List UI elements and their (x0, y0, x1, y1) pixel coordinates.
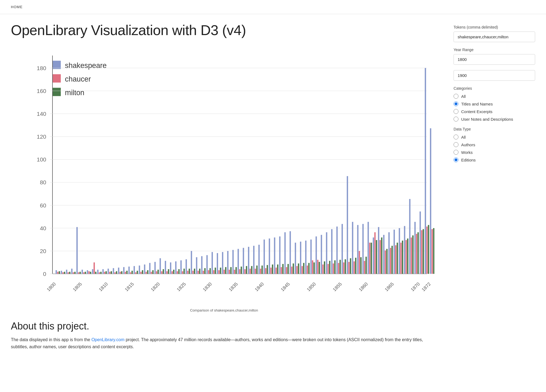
datatype-editions-item[interactable]: Editions (454, 157, 535, 162)
datatype-works-item[interactable]: Works (454, 150, 535, 155)
svg-rect-217 (432, 229, 433, 274)
svg-rect-135 (290, 231, 291, 274)
svg-rect-1 (57, 272, 58, 274)
svg-text:1815: 1815 (124, 281, 135, 292)
svg-rect-92 (215, 267, 216, 274)
svg-rect-151 (317, 260, 318, 274)
category-user-item[interactable]: User Notes and Descriptions (454, 117, 535, 122)
svg-rect-122 (267, 265, 268, 274)
svg-rect-143 (303, 263, 305, 274)
svg-rect-156 (326, 232, 327, 274)
svg-rect-152 (319, 262, 320, 274)
svg-rect-198 (399, 228, 400, 274)
svg-rect-112 (250, 269, 251, 274)
y-tick-20: 20 (40, 248, 46, 254)
category-all-item[interactable]: All (454, 94, 535, 99)
svg-rect-209 (417, 232, 419, 274)
tokens-label: Tokens (comma delimited) (454, 25, 535, 29)
svg-rect-80 (194, 269, 195, 274)
svg-rect-47 (137, 271, 138, 274)
svg-rect-132 (284, 232, 286, 274)
svg-rect-115 (255, 269, 256, 274)
datatype-authors-item[interactable]: Authors (454, 142, 535, 147)
datatype-label: Data Type (454, 127, 535, 131)
svg-rect-77 (189, 269, 190, 274)
svg-text:1810: 1810 (98, 281, 109, 292)
datatype-editions-radio[interactable] (454, 157, 458, 162)
svg-rect-97 (224, 270, 225, 274)
y-tick-40: 40 (40, 225, 46, 231)
legend-chaucer-label: chaucer (65, 75, 91, 83)
svg-text:1870: 1870 (410, 281, 421, 292)
svg-rect-125 (272, 265, 273, 274)
right-panel: Tokens (comma delimited) Year Range Cate… (454, 22, 535, 351)
svg-rect-95 (220, 267, 221, 274)
category-all-radio[interactable] (454, 94, 458, 99)
svg-rect-154 (322, 265, 324, 274)
svg-rect-167 (345, 259, 346, 274)
svg-rect-58 (156, 271, 157, 274)
year-start-input[interactable] (454, 54, 535, 65)
svg-rect-114 (253, 246, 255, 274)
svg-rect-105 (238, 249, 239, 274)
svg-rect-126 (274, 237, 275, 274)
svg-rect-174 (357, 225, 359, 274)
svg-rect-66 (170, 262, 171, 274)
category-user-radio[interactable] (454, 117, 458, 122)
svg-rect-44 (132, 271, 133, 274)
svg-rect-218 (433, 228, 435, 274)
svg-rect-148 (312, 260, 313, 274)
svg-rect-85 (203, 271, 204, 274)
datatype-all-label: All (461, 135, 466, 139)
svg-rect-39 (123, 267, 125, 274)
svg-rect-37 (120, 272, 121, 274)
svg-rect-0 (55, 270, 57, 274)
svg-rect-182 (371, 242, 372, 274)
home-link[interactable]: HOME (11, 5, 23, 9)
svg-rect-19 (88, 271, 90, 274)
year-end-input[interactable] (454, 70, 535, 81)
svg-rect-163 (338, 263, 339, 274)
svg-rect-12 (76, 227, 78, 274)
category-titles-radio[interactable] (454, 101, 458, 106)
about-heading: About this project. (11, 321, 437, 332)
svg-rect-34 (114, 272, 116, 274)
tokens-input[interactable] (454, 32, 535, 42)
svg-rect-7 (67, 272, 69, 274)
datatype-authors-radio[interactable] (454, 142, 458, 147)
svg-rect-130 (281, 267, 282, 274)
left-panel: OpenLibrary Visualization with D3 (v4) s… (11, 22, 437, 351)
svg-rect-49 (140, 272, 142, 274)
openlibrary-link[interactable]: OpenLibrary.com (91, 337, 125, 342)
svg-rect-116 (256, 266, 258, 274)
svg-rect-124 (270, 267, 272, 274)
svg-rect-194 (392, 246, 393, 274)
datatype-all-item[interactable]: All (454, 135, 535, 139)
datatype-works-radio[interactable] (454, 150, 458, 155)
category-content-item[interactable]: Content Excerpts (454, 109, 535, 114)
svg-rect-25 (99, 272, 100, 274)
svg-rect-196 (395, 245, 396, 274)
svg-rect-15 (82, 270, 83, 274)
datatype-works-label: Works (461, 150, 473, 155)
svg-rect-190 (385, 250, 386, 274)
y-tick-180: 180 (37, 65, 46, 71)
svg-rect-48 (139, 266, 140, 274)
category-content-radio[interactable] (454, 109, 458, 114)
svg-rect-166 (343, 262, 345, 274)
svg-rect-18 (87, 270, 88, 274)
svg-rect-74 (184, 269, 185, 274)
category-titles-item[interactable]: Titles and Names (454, 101, 535, 106)
svg-rect-160 (333, 263, 334, 274)
svg-rect-197 (397, 242, 398, 274)
svg-rect-171 (352, 222, 353, 274)
datatype-all-radio[interactable] (454, 135, 458, 139)
svg-rect-81 (196, 257, 197, 274)
svg-rect-201 (404, 226, 405, 274)
svg-rect-157 (328, 264, 329, 274)
svg-text:1855: 1855 (332, 281, 343, 292)
svg-rect-75 (185, 259, 187, 274)
svg-rect-136 (291, 266, 293, 274)
category-user-label: User Notes and Descriptions (461, 117, 513, 122)
svg-rect-162 (336, 226, 338, 274)
